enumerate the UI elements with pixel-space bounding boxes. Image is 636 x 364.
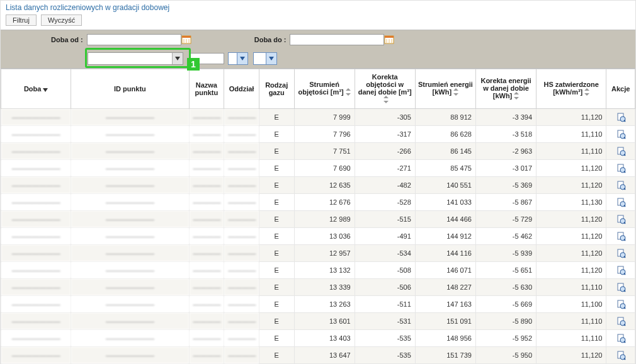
col-nazwa-punktu[interactable]: Nazwa punktu [189, 69, 224, 109]
col-strumien-en[interactable]: Strumień energii [kWh] [415, 69, 475, 109]
cell-korekta-obj: -515 [355, 211, 415, 228]
cell-doba: ——————— [1, 160, 71, 177]
cell-hs: 11,120 [537, 347, 606, 364]
cell-korekta-obj: -511 [355, 296, 415, 313]
label-doba-od: Doba od : [51, 36, 83, 43]
action-view-icon[interactable] [606, 245, 635, 262]
col-strumien-obj[interactable]: Strumień objętości [m³] [294, 69, 355, 109]
label-doba-do: Doba do : [254, 36, 287, 43]
cell-nazwa: ———— [189, 143, 224, 160]
action-view-icon[interactable] [606, 177, 635, 194]
cell-strumien-obj: 13 339 [294, 279, 355, 296]
cell-oddzial: ———— [224, 143, 259, 160]
cell-strumien-en: 147 163 [415, 296, 475, 313]
cell-oddzial: ———— [224, 211, 259, 228]
cell-id-punktu: ——————— [71, 262, 189, 279]
svg-marker-11 [240, 57, 245, 60]
col-doba[interactable]: Doba [1, 69, 71, 109]
cell-hs: 11,120 [537, 245, 606, 262]
col-korekta-obj[interactable]: Korekta objętości w danej dobie [m³] [355, 69, 415, 109]
filter-dropdown-3[interactable] [228, 52, 248, 65]
action-view-icon[interactable] [606, 126, 635, 143]
cell-nazwa: ———— [189, 347, 224, 364]
cell-oddzial: ———— [224, 194, 259, 211]
action-view-icon[interactable] [606, 143, 635, 160]
svg-line-44 [624, 222, 625, 224]
col-id-punktu[interactable]: ID punktu [71, 69, 189, 109]
filter-button[interactable]: Filtruj [6, 14, 37, 26]
cell-rodzaj-gazu: E [259, 177, 294, 194]
cell-nazwa: ———— [189, 194, 224, 211]
action-view-icon[interactable] [606, 109, 635, 126]
action-view-icon[interactable] [606, 262, 635, 279]
cell-korekta-obj: -317 [355, 126, 415, 143]
clear-button[interactable]: Wyczyść [41, 14, 82, 26]
table-row: ——————————————————————E13 403-535148 956… [1, 330, 635, 347]
cell-doba: ——————— [1, 143, 71, 160]
sort-icon [346, 88, 351, 97]
cell-strumien-obj: 7 690 [294, 160, 355, 177]
cell-rodzaj-gazu: E [259, 211, 294, 228]
action-view-icon[interactable] [606, 330, 635, 347]
svg-rect-6 [385, 36, 394, 38]
svg-line-29 [624, 137, 625, 139]
cell-nazwa: ———— [189, 126, 224, 143]
filter-dropdown-4[interactable] [253, 52, 277, 65]
col-hs[interactable]: HS zatwierdzone [kWh/m³] [537, 69, 606, 109]
col-rodzaj-gazu[interactable]: Rodzaj gazu [259, 69, 294, 109]
svg-line-47 [624, 239, 625, 241]
action-view-icon[interactable] [606, 228, 635, 245]
action-view-icon[interactable] [606, 211, 635, 228]
cell-strumien-en: 144 116 [415, 245, 475, 262]
cell-nazwa: ———— [189, 245, 224, 262]
action-view-icon[interactable] [606, 313, 635, 330]
svg-marker-18 [453, 88, 458, 91]
cell-hs: 11,110 [537, 143, 606, 160]
table-row: ——————————————————————E7 999-30588 912-3… [1, 109, 635, 126]
action-view-icon[interactable] [606, 279, 635, 296]
cell-korekta-obj: -534 [355, 245, 415, 262]
cell-doba: ——————— [1, 177, 71, 194]
cell-hs: 11,110 [537, 279, 606, 296]
cell-id-punktu: ——————— [71, 126, 189, 143]
cell-strumien-en: 144 912 [415, 228, 475, 245]
cell-rodzaj-gazu: E [259, 245, 294, 262]
col-oddzial[interactable]: Oddział [224, 69, 259, 109]
action-view-icon[interactable] [606, 347, 635, 364]
cell-strumien-en: 151 739 [415, 347, 475, 364]
action-view-icon[interactable] [606, 296, 635, 313]
input-doba-do[interactable] [290, 34, 384, 45]
action-view-icon[interactable] [606, 160, 635, 177]
cell-strumien-obj: 12 957 [294, 245, 355, 262]
input-doba-od[interactable] [87, 34, 181, 45]
highlight-box [85, 48, 191, 68]
cell-nazwa: ———— [189, 211, 224, 228]
cell-korekta-en: -5 950 [475, 347, 536, 364]
cell-rodzaj-gazu: E [259, 228, 294, 245]
cell-hs: 11,120 [537, 262, 606, 279]
action-view-icon[interactable] [606, 194, 635, 211]
cell-id-punktu: ——————— [71, 177, 189, 194]
svg-line-32 [624, 154, 625, 156]
cell-korekta-obj: -528 [355, 194, 415, 211]
cell-doba: ——————— [1, 296, 71, 313]
cell-nazwa: ———— [189, 296, 224, 313]
table-row: ——————————————————————E7 751-26686 145-2… [1, 143, 635, 160]
cell-strumien-obj: 13 601 [294, 313, 355, 330]
calendar-icon[interactable] [181, 35, 191, 45]
cell-strumien-obj: 13 036 [294, 228, 355, 245]
svg-marker-13 [43, 88, 48, 92]
cell-strumien-obj: 13 403 [294, 330, 355, 347]
cell-id-punktu: ——————— [71, 330, 189, 347]
cell-korekta-en: -5 729 [475, 211, 536, 228]
cell-korekta-obj: -531 [355, 313, 415, 330]
svg-marker-15 [346, 93, 351, 96]
cell-strumien-en: 140 551 [415, 177, 475, 194]
cell-korekta-obj: -508 [355, 262, 415, 279]
calendar-icon[interactable] [384, 35, 394, 45]
cell-doba: ——————— [1, 330, 71, 347]
cell-strumien-obj: 13 647 [294, 347, 355, 364]
cell-strumien-en: 151 091 [415, 313, 475, 330]
col-korekta-en[interactable]: Korekta energii w danej dobie [kWh] [475, 69, 536, 109]
cell-korekta-obj: -535 [355, 330, 415, 347]
